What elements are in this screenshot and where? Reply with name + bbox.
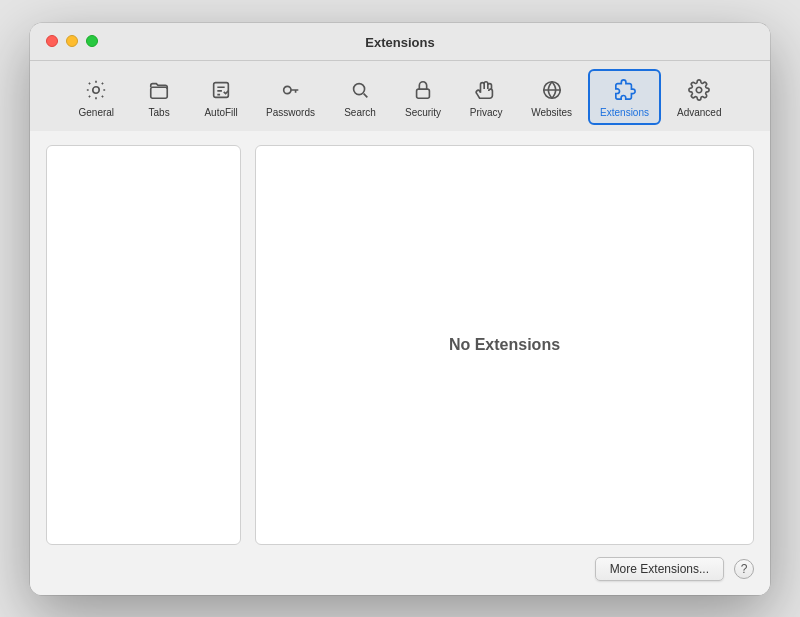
tab-advanced[interactable]: Advanced <box>665 69 733 125</box>
svg-point-7 <box>696 87 702 93</box>
puzzle-icon <box>611 76 639 104</box>
tab-privacy-label: Privacy <box>470 107 503 118</box>
tab-autofill-label: AutoFill <box>204 107 237 118</box>
preferences-window: Extensions General Tabs <box>30 23 770 595</box>
globe-icon <box>538 76 566 104</box>
autofill-icon <box>207 76 235 104</box>
tab-autofill[interactable]: AutoFill <box>192 69 250 125</box>
tab-advanced-label: Advanced <box>677 107 721 118</box>
gear-icon <box>82 76 110 104</box>
tab-tabs[interactable]: Tabs <box>130 69 188 125</box>
key-icon <box>277 76 305 104</box>
gear-adv-icon <box>685 76 713 104</box>
bottom-bar: More Extensions... ? <box>595 557 754 581</box>
tab-extensions[interactable]: Extensions <box>588 69 661 125</box>
help-button[interactable]: ? <box>734 559 754 579</box>
tab-extensions-label: Extensions <box>600 107 649 118</box>
extensions-main: No Extensions <box>255 145 754 545</box>
tab-security-label: Security <box>405 107 441 118</box>
tab-general-label: General <box>79 107 115 118</box>
tab-search[interactable]: Search <box>331 69 389 125</box>
toolbar: General Tabs AutoFill <box>30 61 770 131</box>
tab-search-label: Search <box>344 107 376 118</box>
empty-state-message: No Extensions <box>449 336 560 354</box>
svg-point-0 <box>93 86 99 92</box>
lock-icon <box>409 76 437 104</box>
tab-privacy[interactable]: Privacy <box>457 69 515 125</box>
tab-websites[interactable]: Websites <box>519 69 584 125</box>
window-title: Extensions <box>46 35 754 50</box>
svg-point-3 <box>283 86 290 93</box>
extensions-sidebar <box>46 145 241 545</box>
svg-rect-5 <box>417 89 430 98</box>
search-icon <box>346 76 374 104</box>
svg-point-4 <box>354 83 365 94</box>
tab-general[interactable]: General <box>67 69 127 125</box>
tab-passwords[interactable]: Passwords <box>254 69 327 125</box>
tab-passwords-label: Passwords <box>266 107 315 118</box>
content-area: No Extensions More Extensions... ? <box>30 131 770 595</box>
hand-icon <box>472 76 500 104</box>
tab-security[interactable]: Security <box>393 69 453 125</box>
more-extensions-button[interactable]: More Extensions... <box>595 557 724 581</box>
title-bar: Extensions <box>30 23 770 61</box>
tabs-icon <box>145 76 173 104</box>
svg-rect-1 <box>151 87 168 98</box>
tab-tabs-label: Tabs <box>149 107 170 118</box>
svg-rect-2 <box>214 82 229 97</box>
tab-websites-label: Websites <box>531 107 572 118</box>
